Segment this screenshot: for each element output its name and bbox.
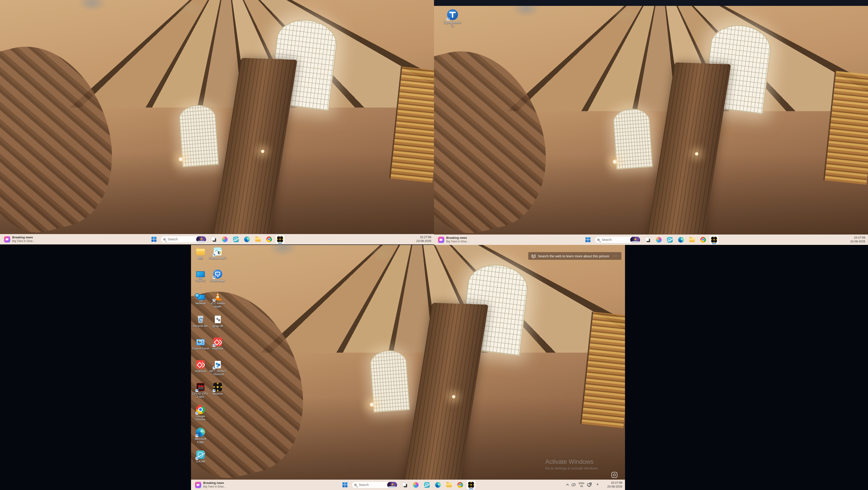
desktop-icon-cpu-z[interactable]: CPUID CPU-Z MSI xyxy=(192,381,209,404)
widget-title: Breaking news xyxy=(446,236,469,240)
language-line1: ENG xyxy=(579,482,584,485)
desktop-wallpaper[interactable] xyxy=(434,6,868,245)
edge-taskbar-button[interactable] xyxy=(242,235,251,244)
task-view-button[interactable] xyxy=(400,480,409,489)
clock-date: 23-08-2025 xyxy=(850,240,866,243)
task-view-icon xyxy=(645,237,650,242)
edge-taskbar-button[interactable] xyxy=(433,480,442,489)
desktop-icon-label: VLC media player xyxy=(209,302,226,308)
wallpaper-art xyxy=(260,149,265,154)
copilot-button[interactable] xyxy=(220,235,229,244)
monitor-top-left: Breaking news Big Twist In Dhar... xyxy=(0,0,434,244)
language-indicator[interactable]: ENG IN xyxy=(579,482,584,488)
task-view-icon xyxy=(402,482,407,487)
copilot-icon xyxy=(656,237,662,242)
windows-logo-icon xyxy=(151,237,156,242)
okam-taskbar-button[interactable] xyxy=(665,235,674,244)
desktop-icon-vlc[interactable]: VLC media player xyxy=(209,291,226,314)
desktop-icon-label: Control Panel xyxy=(192,347,209,350)
file-explorer-button[interactable] xyxy=(444,480,454,489)
desktop-icon-edge[interactable]: Microsoft Edge xyxy=(192,427,209,449)
start-button[interactable] xyxy=(340,480,349,489)
desktop-icon-msi[interactable]: MSI xyxy=(192,246,209,268)
chrome-taskbar-button[interactable] xyxy=(456,480,465,489)
shortcut-arrow-icon xyxy=(213,276,215,279)
network-tray-icon[interactable] xyxy=(587,484,591,486)
desktop-icon-recycle-bin[interactable]: Recycle Bin xyxy=(192,314,209,336)
widget-title: Breaking news xyxy=(203,481,226,485)
spotlight-banner[interactable]: Search the web to learn more about this … xyxy=(528,252,621,260)
spotlight-banner-menu-button[interactable]: ··· xyxy=(613,254,618,258)
desktop-icon-net-serv2[interactable]: NET_SERV2 - Shortcut xyxy=(209,359,226,381)
clock-date: 23-08-2025 xyxy=(416,239,432,243)
desktop-icon-gcapi-dll[interactable]: gcapi.dll xyxy=(209,314,226,336)
copilot-button[interactable] xyxy=(654,235,663,244)
wallpaper-art xyxy=(389,66,434,183)
binance-taskbar-button[interactable] xyxy=(710,235,719,244)
search-input[interactable] xyxy=(167,237,194,241)
taskbar-clock[interactable]: 15:27:56 23-08-2025 xyxy=(850,234,866,245)
chrome-taskbar-button[interactable] xyxy=(265,235,274,244)
search-spotlight-doodle[interactable] xyxy=(630,237,640,243)
desktop-icon-typing-master[interactable]: Typing Master 11 xyxy=(442,9,463,27)
spotlight-corner-icon[interactable] xyxy=(612,472,617,478)
desktop-icon-anydesk[interactable]: AnyDesk xyxy=(192,359,209,381)
file-explorer-button[interactable] xyxy=(687,235,696,244)
search-spotlight-doodle[interactable] xyxy=(387,482,397,488)
shortcut-arrow-icon xyxy=(195,412,198,415)
search-input[interactable] xyxy=(358,483,385,487)
start-button[interactable] xyxy=(583,235,592,244)
edge-taskbar-button[interactable] xyxy=(676,235,685,244)
copilot-icon xyxy=(222,236,228,242)
taskbar-search[interactable] xyxy=(160,236,207,243)
desktop-icon-network[interactable]: Network xyxy=(192,291,209,314)
okam-taskbar-button[interactable] xyxy=(422,480,431,489)
widget-subtitle: Big Twist In Dhar... xyxy=(12,239,35,243)
widget-subtitle: Big Twist In Dhar... xyxy=(203,485,226,488)
clock-time: 15:27:56 xyxy=(416,235,432,239)
widgets-button[interactable]: Breaking news Big Twist In Dhar... xyxy=(193,480,228,489)
chrome-taskbar-button[interactable] xyxy=(699,235,708,244)
file-explorer-button[interactable] xyxy=(253,235,262,244)
desktop-icon-label: NET_SERV2 - Shortcut xyxy=(209,369,226,376)
widgets-button[interactable]: Breaking news Big Twist In Dhar... xyxy=(2,235,37,244)
start-button[interactable] xyxy=(149,235,158,244)
binance-taskbar-button[interactable] xyxy=(467,480,475,489)
taskbar-clock[interactable]: 15:27:56 23-08-2025 xyxy=(608,480,622,490)
volume-muted-icon[interactable] xyxy=(594,483,598,486)
widgets-button[interactable]: Breaking news Big Twist In Dhar... xyxy=(436,235,471,244)
desktop-icon-anydesk[interactable]: AnyDesk xyxy=(209,336,226,359)
taskbar-search[interactable] xyxy=(594,236,641,243)
watermark-line2: Go to Settings to activate Windows. xyxy=(545,466,599,470)
desktop-icon-portable-wifi[interactable]: Portable WiFi xyxy=(209,246,226,268)
search-spotlight-doodle[interactable] xyxy=(196,236,206,242)
onedrive-cloud-icon[interactable] xyxy=(571,484,576,486)
desktop-icon-control-panel[interactable]: Control Panel xyxy=(192,336,209,359)
search-input[interactable] xyxy=(601,238,628,242)
shortcut-arrow-icon xyxy=(213,344,215,347)
registry-file-icon xyxy=(215,361,221,368)
wallpaper-art xyxy=(178,104,219,167)
desktop-icon-binance[interactable]: Binance xyxy=(209,381,226,404)
task-view-button[interactable] xyxy=(643,235,652,244)
desktop-icon-chrome[interactable]: Google Chrome xyxy=(192,404,209,427)
desktop-icon-this-pc[interactable]: This PC xyxy=(192,268,209,291)
dll-file-icon xyxy=(215,316,221,323)
binance-taskbar-button[interactable] xyxy=(276,235,285,244)
desktop-icon-label: Google Chrome xyxy=(192,415,209,421)
desktop-icon-ultraviewer[interactable]: UltraViewer xyxy=(209,268,226,291)
copilot-button[interactable] xyxy=(411,480,420,489)
desktop-wallpaper[interactable] xyxy=(0,0,434,244)
chrome-icon xyxy=(266,236,272,242)
taskbar-search[interactable] xyxy=(351,482,398,488)
search-icon xyxy=(163,238,165,240)
desktop-icon-okam[interactable]: O-KAM xyxy=(192,449,209,472)
desktop-wallpaper[interactable] xyxy=(191,245,625,490)
copilot-icon xyxy=(413,482,418,488)
activate-windows-watermark: Activate Windows Go to Settings to activ… xyxy=(545,458,599,470)
taskbar: Breaking news Big Twist In Dhar... xyxy=(434,234,868,245)
tray-overflow-chevron-icon[interactable] xyxy=(566,484,569,487)
okam-taskbar-button[interactable] xyxy=(231,235,240,244)
taskbar-clock[interactable]: 15:27:56 23-08-2025 xyxy=(416,234,432,244)
task-view-button[interactable] xyxy=(209,235,218,244)
